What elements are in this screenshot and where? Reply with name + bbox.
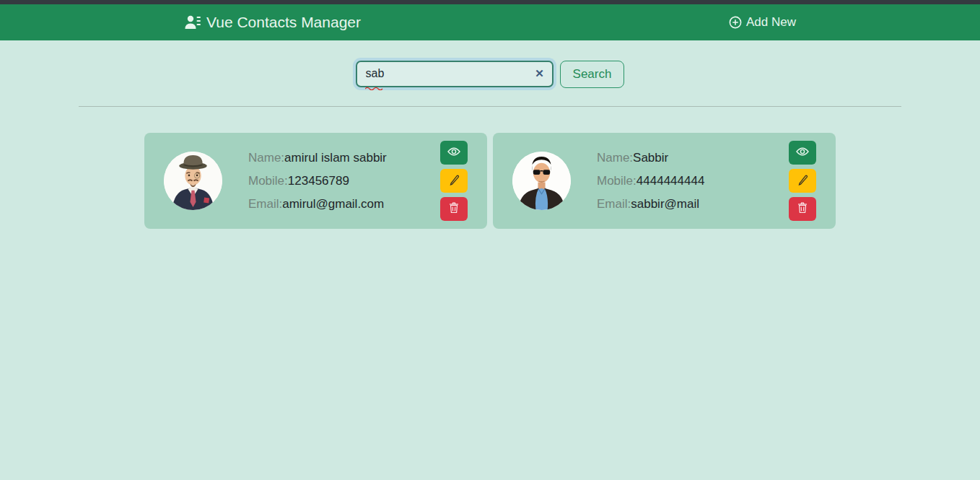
email-value: amirul@gmail.com: [282, 197, 384, 211]
avatar: [512, 152, 571, 210]
delete-button[interactable]: [440, 197, 468, 221]
pencil-icon: [797, 175, 808, 188]
trash-icon: [449, 202, 459, 216]
navbar: Vue Contacts Manager Add New: [0, 4, 980, 40]
add-new-label: Add New: [746, 15, 796, 30]
avatar: [164, 152, 222, 210]
contacts-list: Name:amirul islam sabbir Mobile:12345678…: [0, 133, 980, 229]
search-input[interactable]: [356, 61, 554, 87]
email-label: Email:: [597, 197, 631, 211]
email-label: Email:: [248, 197, 282, 211]
add-new-button[interactable]: Add New: [729, 15, 796, 30]
name-label: Name:: [248, 151, 284, 165]
app-brand: Vue Contacts Manager: [184, 14, 361, 31]
clear-search-icon[interactable]: ✕: [534, 67, 546, 80]
pencil-icon: [449, 175, 460, 188]
contact-card: Name:amirul islam sabbir Mobile:12345678…: [144, 133, 487, 229]
delete-button[interactable]: [789, 197, 816, 221]
mobile-value: 123456789: [288, 174, 349, 188]
contact-info: Name:Sabbir Mobile:4444444444 Email:sabb…: [597, 147, 789, 216]
email-value: sabbir@mail: [631, 197, 699, 211]
app-title: Vue Contacts Manager: [206, 14, 361, 31]
contact-info: Name:amirul islam sabbir Mobile:12345678…: [248, 147, 440, 216]
contact-card: Name:Sabbir Mobile:4444444444 Email:sabb…: [493, 133, 836, 229]
contact-mobile-line: Mobile:4444444444: [597, 170, 789, 193]
view-button[interactable]: [440, 141, 468, 165]
search-bar: ✕ Search: [0, 61, 980, 88]
mobile-label: Mobile:: [248, 174, 288, 188]
edit-button[interactable]: [440, 169, 468, 193]
name-value: Sabbir: [633, 151, 668, 165]
contact-name-line: Name:amirul islam sabbir: [248, 147, 440, 170]
search-button[interactable]: Search: [560, 61, 625, 88]
card-actions: [440, 141, 468, 221]
edit-button[interactable]: [789, 169, 816, 193]
trash-icon: [797, 202, 808, 216]
plus-circle-icon: [729, 16, 742, 29]
name-value: amirul islam sabbir: [284, 151, 387, 165]
contacts-list-icon: [184, 14, 201, 30]
mobile-label: Mobile:: [597, 174, 636, 188]
view-button[interactable]: [789, 141, 816, 165]
contact-name-line: Name:Sabbir: [597, 147, 789, 170]
name-label: Name:: [597, 151, 633, 165]
eye-icon: [447, 147, 460, 159]
contact-email-line: Email:amirul@gmail.com: [248, 193, 440, 216]
mobile-value: 4444444444: [636, 174, 705, 188]
eye-icon: [796, 147, 809, 159]
contact-email-line: Email:sabbir@mail: [597, 193, 789, 216]
card-actions: [789, 141, 816, 221]
search-input-wrap: ✕: [356, 61, 554, 87]
contact-mobile-line: Mobile:123456789: [248, 170, 440, 193]
divider: [79, 106, 901, 107]
